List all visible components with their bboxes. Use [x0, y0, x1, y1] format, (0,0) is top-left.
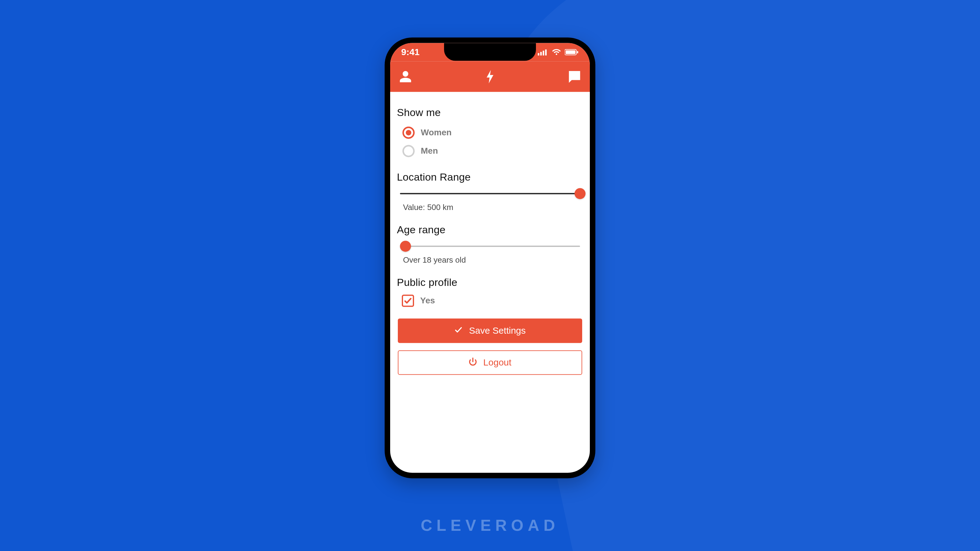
svg-rect-2 [542, 51, 544, 56]
radio-option-men[interactable]: Men [397, 143, 583, 159]
logout-label: Logout [483, 357, 511, 368]
show-me-section: Show me Women Men [397, 106, 583, 159]
battery-icon [565, 49, 579, 56]
location-value: Value: 500 km [400, 203, 580, 212]
profile-icon[interactable] [397, 68, 414, 85]
brand-logo: CLEVEROAD [421, 516, 559, 535]
location-range-title: Location Range [397, 171, 583, 183]
public-profile-checkbox[interactable]: Yes [397, 294, 583, 307]
checkbox-icon [402, 294, 414, 307]
lightning-icon[interactable] [481, 68, 499, 85]
age-value: Over 18 years old [400, 255, 580, 265]
age-range-title: Age range [397, 224, 583, 236]
logout-button[interactable]: Logout [398, 350, 582, 375]
radio-option-women[interactable]: Women [397, 125, 583, 141]
save-button[interactable]: Save Settings [398, 318, 582, 343]
age-slider[interactable] [400, 246, 580, 247]
app-header [390, 61, 590, 92]
radio-label: Women [421, 128, 452, 137]
power-icon [469, 357, 477, 368]
show-me-title: Show me [397, 106, 583, 119]
settings-content: Show me Women Men Location Range [390, 92, 590, 375]
public-profile-section: Public profile Yes [397, 276, 583, 307]
signal-icon [538, 49, 548, 56]
location-slider[interactable] [400, 193, 580, 194]
slider-thumb[interactable] [400, 241, 411, 252]
chat-icon[interactable] [566, 68, 583, 85]
svg-rect-0 [538, 53, 539, 56]
svg-rect-5 [566, 50, 576, 54]
phone-screen: 9:41 [390, 43, 590, 473]
svg-rect-6 [577, 51, 578, 53]
save-label: Save Settings [469, 326, 525, 336]
radio-icon [402, 126, 415, 139]
slider-thumb[interactable] [574, 188, 585, 199]
radio-label: Men [421, 146, 438, 156]
action-buttons: Save Settings Logout [397, 318, 583, 375]
wifi-icon [552, 49, 561, 56]
location-range-section: Location Range Value: 500 km [397, 171, 583, 212]
phone-frame: 9:41 [385, 37, 595, 478]
public-profile-title: Public profile [397, 276, 583, 288]
radio-icon [402, 145, 415, 157]
age-range-section: Age range Over 18 years old [397, 224, 583, 265]
svg-rect-3 [545, 49, 547, 56]
checkbox-label: Yes [420, 296, 435, 305]
status-time: 9:41 [401, 47, 420, 57]
phone-notch [444, 43, 536, 60]
svg-rect-1 [540, 52, 542, 56]
check-icon [454, 326, 463, 336]
